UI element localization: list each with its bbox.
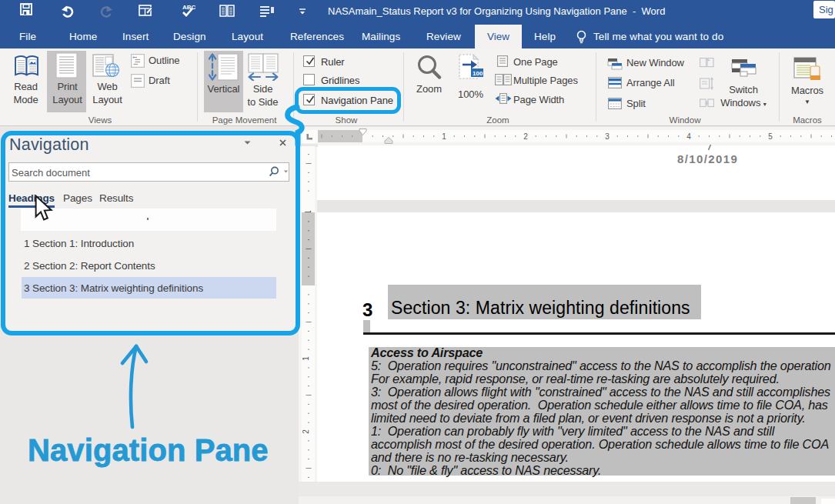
svg-text:2: 2 (302, 429, 310, 434)
svg-text:1: 1 (442, 132, 446, 141)
svg-text:1: 1 (302, 356, 310, 361)
svg-text:100: 100 (473, 70, 483, 77)
svg-text:2: 2 (523, 132, 528, 141)
svg-text:3: 3 (605, 132, 610, 141)
svg-text:ABC: ABC (182, 4, 195, 11)
svg-text:4: 4 (686, 132, 691, 141)
svg-text:5: 5 (768, 132, 773, 141)
